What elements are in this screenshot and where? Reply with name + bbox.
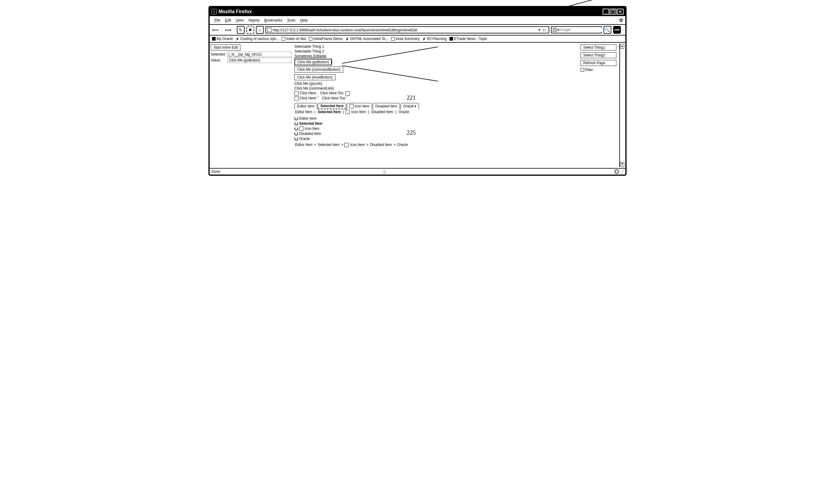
abp-icon[interactable]: ABP [613, 26, 621, 34]
menu-help[interactable]: Help [298, 18, 310, 23]
click-here-1[interactable]: Click Here [300, 91, 316, 95]
back-button[interactable]: ⟸ [211, 27, 220, 33]
menu-bookmarks[interactable]: Bookmarks [262, 18, 285, 23]
scroll-track[interactable] [620, 49, 624, 162]
list-selected-item[interactable]: Selected Item [294, 122, 577, 126]
toolbar-icon-3 [294, 97, 299, 101]
bookmark-inlineframe[interactable]: inlineFrame Demo [309, 37, 343, 41]
statusbar: Done ⋰ [210, 168, 625, 174]
spinner-icon [294, 132, 298, 135]
maximize-button[interactable]: ❐ [610, 9, 616, 15]
tab-editor-item[interactable]: Editor Item [294, 103, 317, 109]
go-button[interactable]: ▷ [542, 28, 547, 32]
selected-value: j_id__jsp_tag_ctru11 [227, 51, 291, 57]
sometimes-editable[interactable]: Sometimes Editable [294, 54, 577, 58]
go-link[interactable]: Click Me (goLink) [294, 82, 577, 86]
toolbar-icon-1 [294, 91, 299, 96]
menu-history[interactable]: History [246, 18, 262, 23]
resize-grip[interactable]: ⋰ [620, 169, 624, 174]
browser-window: ೪ Mozilla Firefox _ ❐ ✕ File Edit View H… [208, 6, 627, 176]
select-thing2-button[interactable]: Select Thing2 [581, 52, 616, 58]
click-here-too-1[interactable]: Click Here Too [320, 91, 343, 95]
reload-button[interactable]: ↻ [237, 26, 245, 34]
subtab-disabled: Disabled Item [371, 110, 394, 114]
tab-oracle[interactable]: Oracle ▾ [401, 103, 419, 109]
reset-button[interactable]: Click Me (resetButton) [294, 74, 335, 80]
subtab-selected[interactable]: Selected Item [317, 110, 341, 114]
menu-edit[interactable]: Edit [223, 18, 233, 23]
bookmark-dhtml[interactable]: ✗DHTML Automated Te... [346, 37, 388, 41]
url-input[interactable] [273, 28, 537, 32]
page-content: Start Inline Edit Selected: j_id__jsp_ta… [210, 43, 625, 168]
home-button[interactable]: ⌂ [256, 26, 264, 34]
stop-button[interactable]: ✖ [246, 26, 254, 34]
url-dropdown[interactable]: ▾ [537, 28, 542, 32]
tab-icon-item[interactable]: Icon Item [347, 103, 372, 109]
crumb-oracle[interactable]: Oracle [396, 143, 408, 147]
bookmark-area[interactable]: Area Summary [391, 37, 420, 41]
menu-view[interactable]: View [233, 18, 246, 23]
crumb-icon-item[interactable]: Icon Item [349, 143, 365, 147]
subtab-icon [346, 110, 350, 114]
right-panel: Select Thing1 Select Thing2 Refresh Page… [581, 44, 616, 167]
address-bar[interactable]: ▾ ▷ [265, 26, 549, 34]
list-icon-item[interactable]: Icon Item [294, 127, 577, 131]
tab-icon [349, 104, 353, 108]
subtab-row: Editor Item | Selected Item | Icon Item … [294, 110, 577, 114]
firefox-icon: ೪ [211, 9, 217, 14]
spinner-icon [294, 122, 298, 125]
spinner-icon [294, 127, 298, 130]
menu-file[interactable]: File [212, 18, 223, 23]
tab-selected-item[interactable]: Selected Item [318, 103, 346, 109]
bookmark-r2[interactable]: ✗R2 Planning [423, 37, 446, 41]
breadcrumb: Editor Item > Selected Item > Icon Item … [294, 143, 577, 147]
bookmark-costing[interactable]: ✗Costing of various opti... [236, 37, 279, 41]
select-thing1-button[interactable]: Select Thing1 [581, 44, 616, 50]
status-text: Done [211, 169, 613, 174]
forward-button[interactable]: ⟹ [224, 27, 232, 33]
value-value[interactable]: Click Me (goButton) [227, 58, 291, 63]
subtab-editor[interactable]: Editor Item [294, 110, 313, 114]
refresh-page-button[interactable]: Refresh Page [581, 60, 616, 66]
bookmark-etrade[interactable]: ETrade News - Topix [449, 37, 487, 41]
scroll-up[interactable]: ▲ [620, 44, 624, 49]
scroll-down[interactable]: ▼ [620, 162, 624, 167]
vertical-scrollbar[interactable]: ▲ ▼ [619, 44, 624, 167]
crumb-selected[interactable]: Selected Item [317, 143, 340, 147]
start-inline-edit-button[interactable]: Start Inline Edit [211, 44, 240, 50]
search-zoom-button[interactable]: 🔍 [604, 26, 611, 34]
click-here-2[interactable]: Click Here [300, 96, 316, 100]
search-input[interactable] [559, 28, 604, 32]
close-button[interactable]: ✕ [617, 9, 624, 15]
command-link[interactable]: Click Me (commandLink) [294, 86, 577, 90]
value-label: Value: [211, 58, 227, 62]
list-items: Editor Item Selected Item Icon Item Disa… [294, 117, 577, 141]
bookmark-index[interactable]: Index of /ted [282, 37, 306, 41]
search-box[interactable]: G ▾ [551, 26, 602, 34]
list-editor-item[interactable]: Editor Item [294, 117, 577, 121]
list-disabled-item: Disabled Item [294, 132, 577, 136]
spinner-icon [294, 117, 298, 120]
command-button[interactable]: Click Me (commandButton) [294, 66, 343, 72]
abp-dropdown[interactable]: · [623, 28, 624, 32]
forward-dropdown[interactable]: · [234, 28, 235, 32]
selectable-thing-1[interactable]: Selectable Thing 1 [294, 44, 577, 49]
subtab-icon-item[interactable]: Icon Item [351, 110, 366, 114]
selectable-thing-2[interactable]: Selectable Thing 2 [294, 49, 577, 54]
list-oracle[interactable]: Oracle [294, 136, 577, 141]
left-panel: Start Inline Edit Selected: j_id__jsp_ta… [211, 44, 291, 167]
selected-label: Selected: [211, 52, 227, 57]
go-button-edit[interactable]: Click Me (goButton) [294, 59, 332, 65]
toolbar-icon-2 [346, 91, 350, 96]
selected-row: Selected: j_id__jsp_tag_ctru11 [211, 51, 291, 57]
filter-label: Filter [585, 68, 593, 72]
filter-checkbox[interactable] [581, 68, 584, 71]
menu-tools[interactable]: Tools [285, 18, 298, 23]
subtab-oracle[interactable]: Oracle [398, 110, 410, 114]
back-dropdown[interactable]: · [221, 28, 222, 32]
list-icon [299, 127, 303, 131]
filter-row[interactable]: Filter [581, 68, 616, 72]
click-here-too-2[interactable]: Click Here Too [322, 96, 345, 100]
crumb-editor[interactable]: Editor Item [294, 143, 313, 147]
bookmark-my-oracle[interactable]: My Oracle [212, 37, 233, 41]
